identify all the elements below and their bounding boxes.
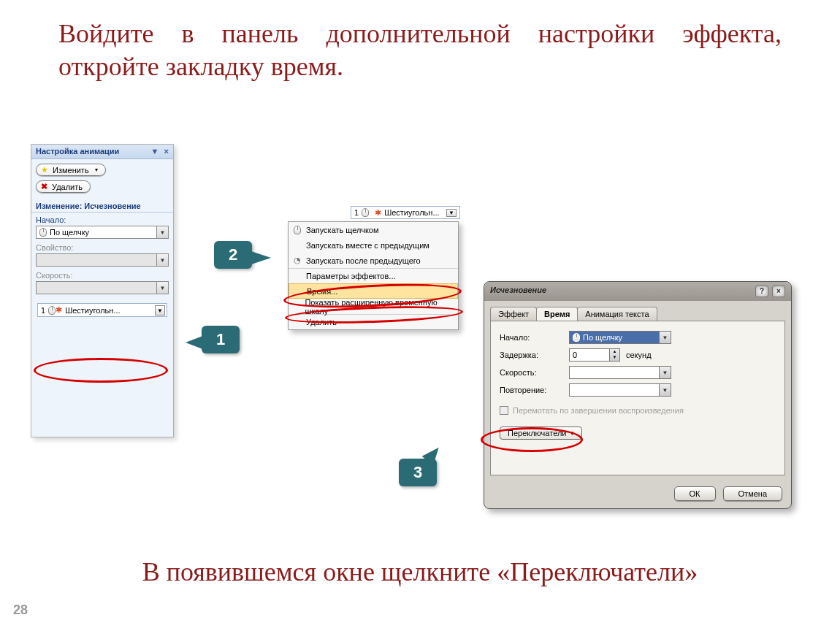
menu-item-label: Время... (307, 287, 337, 296)
dlg-speed-combo[interactable]: ▼ (569, 366, 671, 379)
section-change-label: Изменение: Исчезновение (31, 197, 173, 213)
menu-item-label: Запускать после предыдущего (306, 256, 421, 265)
start-combo[interactable]: По щелчку ▼ (36, 226, 169, 239)
item-number: 1 (41, 306, 45, 315)
item-number: 1 (354, 208, 359, 217)
start-value: По щелчку (50, 228, 89, 237)
animation-item-headline[interactable]: 1 ✱ Шестиугольн... ▼ (351, 206, 460, 219)
chevron-down-icon: ▾ (95, 167, 98, 173)
mouse-icon (48, 306, 56, 315)
tab-effect[interactable]: Эффект (490, 307, 537, 321)
spin-down-icon[interactable]: ▼ (610, 355, 619, 361)
delete-icon: ✖ (41, 182, 47, 191)
tab-text-animation[interactable]: Анимация текста (577, 307, 657, 321)
speed-label: Скорость: (36, 271, 169, 280)
triggers-button[interactable]: Переключатели ▾ (500, 427, 582, 440)
clock-icon: ◔ (294, 256, 301, 265)
menu-item-label: Показать расширенную временную шкалу (305, 298, 452, 316)
anim-pane-title: Настройка анимации (36, 147, 119, 156)
chevron-down-icon: ▼ (156, 282, 168, 294)
dlg-delay-value: 0 (573, 351, 577, 359)
callout-1: 1 (202, 326, 240, 353)
triggers-label: Переключатели (508, 429, 566, 437)
pane-close-icon[interactable]: × (164, 147, 169, 156)
dlg-repeat-label: Повторение: (500, 386, 569, 394)
callout-2: 2 (214, 241, 252, 269)
starburst-icon: ✱ (56, 305, 62, 315)
dlg-speed-label: Скорость: (500, 368, 569, 377)
dlg-delay-label: Задержка: (500, 351, 569, 359)
item-dropdown-icon[interactable]: ▼ (446, 209, 457, 217)
chevron-down-icon[interactable]: ▼ (659, 332, 671, 343)
dlg-start-combo[interactable]: По щелчку ▼ (569, 331, 671, 344)
mouse-icon (294, 226, 301, 234)
animation-list-item[interactable]: 1 ✱ Шестиугольн... ▼ (37, 303, 167, 317)
tab-time[interactable]: Время (536, 307, 578, 321)
chevron-down-icon: ▼ (156, 254, 168, 266)
chevron-down-icon[interactable]: ▼ (659, 367, 671, 378)
item-name: Шестиугольн... (65, 306, 120, 315)
context-menu: Запускать щелчком Запускать вместе с пре… (288, 221, 459, 330)
dlg-start-value: По щелчку (583, 333, 622, 342)
change-effect-label: Изменить (53, 166, 89, 175)
close-button[interactable]: × (772, 286, 785, 297)
menu-show-advanced-timeline[interactable]: Показать расширенную временную шкалу (289, 299, 458, 314)
chevron-icon: ▾ (570, 429, 574, 437)
menu-remove[interactable]: Удалить (289, 314, 458, 329)
menu-start-on-click[interactable]: Запускать щелчком (289, 222, 458, 237)
menu-item-label: Удалить (306, 318, 337, 326)
timing-dialog: Исчезновение ? × Эффект Время Анимация т… (484, 281, 792, 509)
menu-start-with-previous[interactable]: Запускать вместе с предыдущим (289, 237, 458, 253)
menu-item-label: Параметры эффектов... (306, 272, 396, 280)
spin-up-icon[interactable]: ▲ (610, 349, 619, 355)
delete-effect-label: Удалить (52, 183, 83, 191)
start-label: Начало: (36, 215, 169, 224)
page-number: 28 (13, 603, 28, 618)
change-effect-button[interactable]: ★ Изменить ▾ (36, 164, 106, 176)
property-label: Свойство: (36, 243, 169, 252)
dlg-start-label: Начало: (500, 333, 569, 342)
menu-start-after-previous[interactable]: ◔ Запускать после предыдущего (289, 253, 458, 268)
menu-item-label: Запускать щелчком (306, 226, 379, 234)
mouse-icon (362, 208, 369, 217)
speed-combo: ▼ (36, 281, 169, 294)
item-dropdown-icon[interactable]: ▼ (155, 305, 165, 316)
dialog-titlebar: Исчезновение ? × (484, 282, 791, 301)
mouse-icon (39, 228, 47, 237)
slide-bottom-text: В появившемся окне щелкните «Переключате… (0, 557, 840, 587)
star-icon: ★ (41, 165, 48, 175)
property-combo: ▼ (36, 253, 169, 267)
menu-item-label: Запускать вместе с предыдущим (306, 241, 429, 250)
animation-pane: Настройка анимации ▼ × ★ Изменить ▾ ✖ Уд… (31, 144, 174, 437)
cancel-button[interactable]: Отмена (723, 486, 782, 501)
item-name: Шестиугольн... (384, 208, 439, 217)
starburst-icon: ✱ (375, 208, 381, 218)
rewind-checkbox (500, 406, 508, 415)
dialog-title-text: Исчезновение (490, 286, 546, 297)
help-button[interactable]: ? (755, 286, 768, 297)
dialog-body: Начало: По щелчку ▼ Задержка: 0 ▲▼ секун… (490, 321, 785, 475)
menu-timing[interactable]: Время... (289, 283, 458, 299)
chevron-down-icon[interactable]: ▼ (156, 226, 168, 238)
delete-effect-button[interactable]: ✖ Удалить (36, 180, 91, 193)
dlg-seconds-label: секунд (626, 351, 652, 359)
slide-title: Войдите в панель дополнительной настройк… (0, 0, 840, 83)
dlg-repeat-combo[interactable]: ▼ (569, 383, 671, 397)
dialog-tabs: Эффект Время Анимация текста (484, 301, 791, 321)
chevron-down-icon[interactable]: ▼ (659, 384, 671, 396)
ok-button[interactable]: ОК (674, 486, 716, 501)
callout-3: 3 (399, 459, 437, 486)
pane-menu-icon[interactable]: ▼ (151, 147, 159, 156)
rewind-label: Перемотать по завершении воспроизведения (513, 406, 684, 415)
mouse-icon (573, 333, 580, 342)
dlg-delay-spin[interactable]: 0 ▲▼ (569, 348, 620, 362)
menu-effect-options[interactable]: Параметры эффектов... (289, 268, 458, 283)
anim-pane-header: Настройка анимации ▼ × (31, 145, 173, 159)
